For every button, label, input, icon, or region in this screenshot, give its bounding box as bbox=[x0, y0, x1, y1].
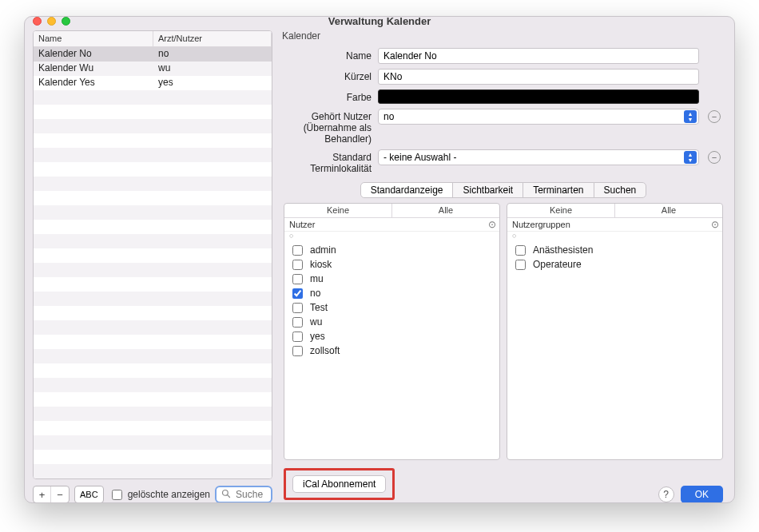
table-row-empty bbox=[34, 234, 272, 248]
table-row-empty bbox=[34, 191, 272, 205]
list-checkbox[interactable] bbox=[292, 346, 303, 356]
list-item[interactable]: zollsoft bbox=[289, 343, 495, 358]
window: Verwaltung Kalender Name Arzt/Nutzer Kal… bbox=[24, 16, 735, 503]
locality-clear-button[interactable]: − bbox=[708, 151, 721, 164]
panes: Keine Alle Nutzer ⊙ ○ adminkioskmunoTest… bbox=[280, 203, 726, 460]
groups-list: AnästhesistenOperateure bbox=[507, 240, 722, 459]
remove-button[interactable]: − bbox=[51, 486, 69, 502]
users-all-col[interactable]: Alle bbox=[392, 204, 499, 217]
table-row-empty bbox=[34, 263, 272, 277]
owner-value: no bbox=[383, 111, 394, 122]
ical-button[interactable]: iCal Abonnement bbox=[292, 475, 386, 493]
locality-label: Standard Terminlokalität bbox=[284, 149, 372, 174]
list-checkbox[interactable] bbox=[292, 332, 303, 342]
list-item[interactable]: mu bbox=[289, 272, 495, 286]
minimize-icon[interactable] bbox=[47, 17, 56, 26]
groups-pane-label: Nutzergruppen ⊙ bbox=[507, 218, 722, 232]
list-item[interactable]: admin bbox=[289, 243, 495, 257]
groups-none-col[interactable]: Keine bbox=[507, 204, 615, 217]
list-label: Test bbox=[310, 302, 328, 313]
list-checkbox[interactable] bbox=[292, 274, 303, 284]
show-deleted-input[interactable] bbox=[112, 490, 122, 500]
table-row-empty bbox=[34, 220, 272, 234]
groups-radio-icon[interactable]: ○ bbox=[507, 232, 722, 240]
list-item[interactable]: no bbox=[289, 286, 495, 300]
cell-name: Kalender Wu bbox=[34, 62, 153, 76]
short-label: Kürzel bbox=[284, 69, 372, 82]
table-row-empty bbox=[34, 119, 272, 133]
table-row[interactable]: Kalender Wuwu bbox=[34, 62, 272, 76]
cell-user: wu bbox=[153, 62, 272, 76]
list-label: no bbox=[310, 288, 320, 299]
table-row-empty bbox=[34, 292, 272, 306]
table-row[interactable]: Kalender Yesyes bbox=[34, 76, 272, 90]
list-item[interactable]: yes bbox=[289, 329, 495, 343]
groups-menu-icon[interactable]: ⊙ bbox=[711, 219, 719, 230]
list-item[interactable]: wu bbox=[289, 315, 495, 329]
groups-all-col[interactable]: Alle bbox=[615, 204, 722, 217]
zoom-icon[interactable] bbox=[62, 17, 70, 26]
help-button[interactable]: ? bbox=[658, 486, 674, 502]
list-checkbox[interactable] bbox=[292, 288, 303, 299]
list-checkbox[interactable] bbox=[292, 260, 303, 270]
search-icon bbox=[221, 489, 231, 501]
table-row-empty bbox=[34, 277, 272, 292]
ok-button[interactable]: OK bbox=[681, 486, 723, 503]
table-row-empty bbox=[34, 133, 272, 148]
list-label: kiosk bbox=[310, 259, 332, 270]
color-swatch[interactable] bbox=[378, 89, 699, 104]
col-name[interactable]: Name bbox=[34, 31, 153, 46]
col-user[interactable]: Arzt/Nutzer bbox=[153, 31, 272, 46]
list-checkbox[interactable] bbox=[292, 245, 303, 256]
locality-select[interactable]: - keine Auswahl - ▲▼ bbox=[378, 149, 699, 165]
svg-line-1 bbox=[228, 494, 230, 497]
list-checkbox[interactable] bbox=[515, 245, 526, 256]
name-input[interactable] bbox=[378, 48, 699, 64]
tab-terminarten[interactable]: Terminarten bbox=[523, 182, 594, 198]
users-pane-header: Keine Alle bbox=[284, 204, 499, 218]
list-item[interactable]: kiosk bbox=[289, 257, 495, 272]
window-title: Verwaltung Kalender bbox=[25, 16, 734, 27]
left-toolbar: + − ABC gelöschte anzeigen bbox=[33, 479, 272, 503]
owner-clear-button[interactable]: − bbox=[708, 110, 721, 123]
cell-name: Kalender Yes bbox=[34, 76, 153, 90]
list-checkbox[interactable] bbox=[515, 260, 526, 270]
users-none-col[interactable]: Keine bbox=[284, 204, 392, 217]
list-item[interactable]: Operateure bbox=[512, 257, 717, 272]
table-row-empty bbox=[34, 177, 272, 191]
tab-sichtbarkeit[interactable]: Sichtbarkeit bbox=[452, 182, 523, 198]
abc-button[interactable]: ABC bbox=[74, 486, 104, 503]
users-radio-icon[interactable]: ○ bbox=[284, 232, 499, 240]
titlebar: Verwaltung Kalender bbox=[25, 17, 734, 26]
owner-select[interactable]: no ▲▼ bbox=[378, 109, 699, 125]
table-row-empty bbox=[34, 464, 272, 478]
table-row[interactable]: Kalender Nono bbox=[34, 47, 272, 62]
updown-icon: ▲▼ bbox=[684, 151, 697, 164]
tab-standardanzeige[interactable]: Standardanzeige bbox=[360, 182, 454, 198]
short-input[interactable] bbox=[378, 69, 699, 85]
add-button[interactable]: + bbox=[34, 486, 51, 502]
table-row-empty bbox=[34, 90, 272, 105]
table-row-empty bbox=[34, 363, 272, 378]
list-item[interactable]: Anästhesisten bbox=[512, 243, 717, 257]
list-label: zollsoft bbox=[310, 345, 340, 356]
users-menu-icon[interactable]: ⊙ bbox=[488, 219, 496, 230]
show-deleted-checkbox[interactable]: gelöschte anzeigen bbox=[109, 487, 210, 502]
table-header: Name Arzt/Nutzer bbox=[34, 31, 272, 47]
traffic-lights bbox=[33, 17, 70, 26]
table-row-empty bbox=[34, 435, 272, 450]
list-label: yes bbox=[310, 331, 325, 342]
search-field[interactable] bbox=[215, 486, 272, 503]
color-label: Farbe bbox=[284, 89, 372, 103]
search-input[interactable] bbox=[234, 488, 266, 501]
tab-suchen[interactable]: Suchen bbox=[594, 182, 647, 198]
list-checkbox[interactable] bbox=[292, 317, 303, 328]
tabs: StandardanzeigeSichtbarkeitTerminartenSu… bbox=[280, 182, 726, 198]
list-checkbox[interactable] bbox=[292, 303, 303, 313]
owner-label: Gehört Nutzer (Übernahme als Behandler) bbox=[284, 109, 372, 145]
content: Name Arzt/Nutzer Kalender NonoKalender W… bbox=[25, 26, 734, 503]
list-item[interactable]: Test bbox=[289, 300, 495, 315]
table-row-empty bbox=[34, 450, 272, 464]
cell-user: yes bbox=[153, 76, 272, 90]
close-icon[interactable] bbox=[33, 17, 42, 26]
